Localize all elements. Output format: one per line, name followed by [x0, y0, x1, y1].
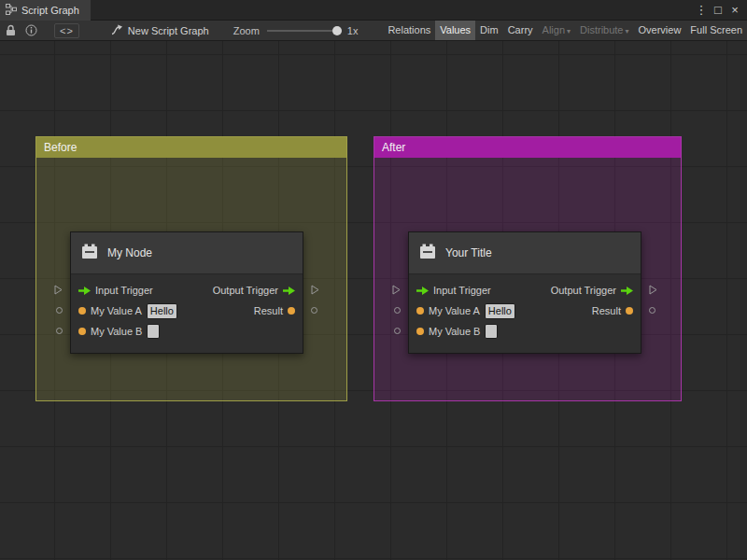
- node-ports: Input Trigger Output Trigger My Value A …: [409, 274, 641, 353]
- input-trigger-label: Input Trigger: [95, 285, 153, 296]
- lock-icon[interactable]: [0, 21, 21, 41]
- code-view-button[interactable]: <>: [54, 23, 79, 38]
- port-row: My Value A Hello Result: [409, 301, 641, 321]
- script-graph-asset-icon: [111, 24, 123, 37]
- outer-flow-out-port[interactable]: [311, 285, 319, 295]
- outer-value-port[interactable]: [394, 307, 401, 314]
- value-port-icon[interactable]: [416, 328, 424, 335]
- window-titlebar: Script Graph ⋮ □ ×: [0, 0, 747, 21]
- node-my-node: My Node Input Trigger Output Trigger: [70, 231, 303, 353]
- align-label: Align: [543, 24, 565, 35]
- flow-in-arrow-icon[interactable]: [78, 287, 91, 295]
- group-before-header[interactable]: Before: [36, 137, 346, 158]
- value-port-icon[interactable]: [416, 307, 424, 315]
- distribute-label: Distribute: [580, 24, 623, 35]
- outer-flow-in-port[interactable]: [54, 285, 63, 295]
- window-menu-icon[interactable]: ⋮: [693, 0, 710, 21]
- align-dropdown[interactable]: Align▾: [538, 21, 575, 41]
- graph-toolbar: <> New Script Graph Zoom 1x Relations Va…: [0, 21, 747, 41]
- zoom-slider-track: [267, 30, 342, 32]
- value-a-field[interactable]: Hello: [485, 303, 515, 319]
- zoom-value: 1x: [347, 25, 359, 36]
- window-maximize-icon[interactable]: □: [710, 0, 726, 21]
- node-header[interactable]: My Node: [71, 232, 303, 274]
- outer-value-port[interactable]: [649, 307, 655, 314]
- graph-canvas[interactable]: Before After My Node: [0, 41, 747, 560]
- value-port-icon[interactable]: [288, 307, 295, 315]
- outer-value-port[interactable]: [311, 307, 317, 314]
- unit-icon: [418, 243, 437, 263]
- zoom-label: Zoom: [233, 25, 260, 36]
- group-after-title: After: [382, 141, 405, 154]
- port-row: My Value A Hello Result: [71, 301, 303, 321]
- toolbar-buttons: Relations Values Dim Carry Align▾ Distri…: [383, 21, 747, 41]
- group-before-title: Before: [44, 141, 77, 154]
- relations-button[interactable]: Relations: [383, 21, 435, 41]
- outer-flow-out-port[interactable]: [649, 285, 657, 295]
- value-port-icon[interactable]: [626, 307, 633, 315]
- info-icon[interactable]: [21, 21, 41, 41]
- tab-title: Script Graph: [21, 5, 79, 16]
- node-title: Your Title: [445, 246, 492, 259]
- caret-down-icon: ▾: [626, 27, 629, 35]
- value-port-icon[interactable]: [78, 328, 86, 335]
- unit-icon: [80, 243, 99, 263]
- values-button[interactable]: Values: [435, 21, 475, 41]
- carry-button[interactable]: Carry: [503, 21, 538, 41]
- value-port-icon[interactable]: [78, 307, 86, 315]
- outer-value-port[interactable]: [56, 307, 63, 314]
- caret-down-icon: ▾: [567, 27, 571, 35]
- outer-value-port[interactable]: [56, 328, 63, 334]
- graph-hierarchy-icon: [6, 4, 17, 17]
- value-b-field[interactable]: [147, 324, 160, 339]
- port-row: My Value B: [409, 321, 641, 342]
- tab-script-graph[interactable]: Script Graph: [0, 0, 91, 21]
- value-b-label: My Value B: [91, 326, 142, 337]
- value-b-field[interactable]: [485, 324, 498, 339]
- node-body-container: My Node Input Trigger Output Trigger: [70, 231, 303, 354]
- flow-out-arrow-icon[interactable]: [621, 287, 633, 295]
- node-header[interactable]: Your Title: [409, 232, 641, 274]
- node-ports: Input Trigger Output Trigger My Value A …: [71, 274, 303, 353]
- node-body-container: Your Title Input Trigger Output Trigger: [408, 231, 641, 354]
- graph-asset-button[interactable]: New Script Graph: [111, 24, 209, 37]
- result-label: Result: [592, 305, 621, 316]
- window-close-icon[interactable]: ×: [726, 0, 743, 21]
- zoom-slider[interactable]: [267, 21, 342, 41]
- overview-button[interactable]: Overview: [634, 21, 686, 41]
- value-a-field[interactable]: Hello: [147, 303, 177, 319]
- flow-in-arrow-icon[interactable]: [416, 287, 429, 295]
- flow-out-arrow-icon[interactable]: [283, 287, 295, 295]
- result-label: Result: [254, 305, 283, 316]
- output-trigger-label: Output Trigger: [213, 285, 278, 296]
- window-controls: ⋮ □ ×: [693, 0, 747, 21]
- group-after-header[interactable]: After: [374, 137, 681, 158]
- port-row: My Value B: [71, 321, 303, 342]
- value-a-label: My Value A: [429, 305, 480, 316]
- input-trigger-label: Input Trigger: [433, 285, 491, 296]
- port-row: Input Trigger Output Trigger: [71, 280, 303, 301]
- graph-asset-name: New Script Graph: [128, 25, 209, 36]
- outer-value-port[interactable]: [394, 328, 401, 334]
- zoom-slider-knob[interactable]: [332, 26, 342, 35]
- port-row: Input Trigger Output Trigger: [409, 280, 641, 301]
- fullscreen-button[interactable]: Full Screen: [685, 21, 747, 41]
- value-a-label: My Value A: [91, 305, 142, 316]
- node-your-title: Your Title Input Trigger Output Trigger: [408, 231, 641, 353]
- value-b-label: My Value B: [429, 326, 480, 337]
- node-title: My Node: [107, 246, 152, 259]
- distribute-dropdown[interactable]: Distribute▾: [575, 21, 633, 41]
- output-trigger-label: Output Trigger: [551, 285, 616, 296]
- dim-button[interactable]: Dim: [475, 21, 503, 41]
- outer-flow-in-port[interactable]: [392, 285, 401, 295]
